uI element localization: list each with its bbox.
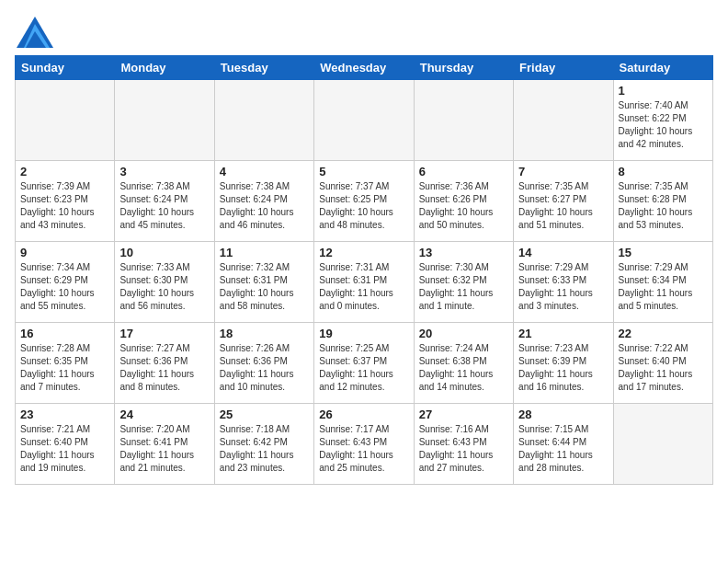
day-info: Sunrise: 7:17 AM Sunset: 6:43 PM Dayligh… [319,423,408,475]
day-info: Sunrise: 7:29 AM Sunset: 6:33 PM Dayligh… [518,261,608,313]
day-number: 19 [319,327,408,340]
day-number: 13 [419,246,508,259]
calendar-cell: 24Sunrise: 7:20 AM Sunset: 6:41 PM Dayli… [115,404,214,485]
logo-icon [15,15,51,48]
weekday-header-thursday: Thursday [414,56,513,80]
day-number: 7 [518,165,608,178]
day-number: 12 [319,246,408,259]
day-info: Sunrise: 7:27 AM Sunset: 6:36 PM Dayligh… [119,342,209,394]
day-number: 10 [119,246,209,259]
calendar-cell: 27Sunrise: 7:16 AM Sunset: 6:43 PM Dayli… [414,404,513,485]
calendar-cell [214,80,313,161]
day-info: Sunrise: 7:38 AM Sunset: 6:24 PM Dayligh… [220,180,309,232]
page-header [15,15,713,48]
calendar-cell: 15Sunrise: 7:29 AM Sunset: 6:34 PM Dayli… [613,242,712,323]
calendar-week-2: 2Sunrise: 7:39 AM Sunset: 6:23 PM Daylig… [16,161,713,242]
day-number: 17 [119,327,209,340]
day-info: Sunrise: 7:24 AM Sunset: 6:38 PM Dayligh… [419,342,508,394]
day-number: 4 [220,165,309,178]
calendar-cell: 14Sunrise: 7:29 AM Sunset: 6:33 PM Dayli… [514,242,613,323]
day-info: Sunrise: 7:35 AM Sunset: 6:28 PM Dayligh… [619,180,708,232]
day-info: Sunrise: 7:32 AM Sunset: 6:31 PM Dayligh… [220,261,309,313]
day-number: 14 [518,246,608,259]
day-info: Sunrise: 7:35 AM Sunset: 6:27 PM Dayligh… [518,180,608,232]
day-number: 28 [518,408,608,421]
weekday-header-monday: Monday [115,56,214,80]
day-number: 22 [619,327,708,340]
day-number: 6 [419,165,508,178]
calendar-cell: 17Sunrise: 7:27 AM Sunset: 6:36 PM Dayli… [115,323,214,404]
day-number: 3 [119,165,209,178]
day-info: Sunrise: 7:40 AM Sunset: 6:22 PM Dayligh… [619,99,708,151]
day-number: 2 [20,165,109,178]
day-info: Sunrise: 7:22 AM Sunset: 6:40 PM Dayligh… [619,342,708,394]
day-info: Sunrise: 7:39 AM Sunset: 6:23 PM Dayligh… [20,180,109,232]
day-info: Sunrise: 7:23 AM Sunset: 6:39 PM Dayligh… [518,342,608,394]
calendar-table: SundayMondayTuesdayWednesdayThursdayFrid… [15,55,713,485]
calendar-cell: 20Sunrise: 7:24 AM Sunset: 6:38 PM Dayli… [414,323,513,404]
day-number: 5 [319,165,408,178]
day-number: 8 [619,165,708,178]
calendar-cell [314,80,414,161]
day-info: Sunrise: 7:36 AM Sunset: 6:26 PM Dayligh… [419,180,508,232]
day-number: 18 [220,327,309,340]
day-number: 9 [20,246,109,259]
day-number: 25 [220,408,309,421]
day-info: Sunrise: 7:26 AM Sunset: 6:36 PM Dayligh… [220,342,309,394]
day-info: Sunrise: 7:16 AM Sunset: 6:43 PM Dayligh… [419,423,508,475]
calendar-cell: 22Sunrise: 7:22 AM Sunset: 6:40 PM Dayli… [613,323,712,404]
day-number: 16 [20,327,109,340]
weekday-header-row: SundayMondayTuesdayWednesdayThursdayFrid… [16,56,713,80]
calendar-cell: 16Sunrise: 7:28 AM Sunset: 6:35 PM Dayli… [16,323,115,404]
calendar-cell: 11Sunrise: 7:32 AM Sunset: 6:31 PM Dayli… [214,242,313,323]
weekday-header-wednesday: Wednesday [314,56,414,80]
day-number: 26 [319,408,408,421]
day-info: Sunrise: 7:21 AM Sunset: 6:40 PM Dayligh… [20,423,109,475]
day-number: 24 [119,408,209,421]
calendar-cell: 5Sunrise: 7:37 AM Sunset: 6:25 PM Daylig… [314,161,414,242]
calendar-cell: 4Sunrise: 7:38 AM Sunset: 6:24 PM Daylig… [214,161,313,242]
day-info: Sunrise: 7:20 AM Sunset: 6:41 PM Dayligh… [119,423,209,475]
day-number: 11 [220,246,309,259]
day-number: 1 [619,84,708,98]
calendar-cell [514,80,613,161]
weekday-header-friday: Friday [514,56,613,80]
calendar-cell: 2Sunrise: 7:39 AM Sunset: 6:23 PM Daylig… [16,161,115,242]
calendar-cell: 1Sunrise: 7:40 AM Sunset: 6:22 PM Daylig… [613,80,712,161]
day-number: 15 [619,246,708,259]
calendar-cell: 25Sunrise: 7:18 AM Sunset: 6:42 PM Dayli… [214,404,313,485]
day-info: Sunrise: 7:29 AM Sunset: 6:34 PM Dayligh… [619,261,708,313]
calendar-week-3: 9Sunrise: 7:34 AM Sunset: 6:29 PM Daylig… [16,242,713,323]
calendar-cell: 28Sunrise: 7:15 AM Sunset: 6:44 PM Dayli… [514,404,613,485]
day-info: Sunrise: 7:30 AM Sunset: 6:32 PM Dayligh… [419,261,508,313]
calendar-week-4: 16Sunrise: 7:28 AM Sunset: 6:35 PM Dayli… [16,323,713,404]
day-info: Sunrise: 7:31 AM Sunset: 6:31 PM Dayligh… [319,261,408,313]
day-info: Sunrise: 7:18 AM Sunset: 6:42 PM Dayligh… [220,423,309,475]
calendar-cell: 18Sunrise: 7:26 AM Sunset: 6:36 PM Dayli… [214,323,313,404]
day-info: Sunrise: 7:34 AM Sunset: 6:29 PM Dayligh… [20,261,109,313]
day-number: 27 [419,408,508,421]
calendar-cell [115,80,214,161]
calendar-cell: 8Sunrise: 7:35 AM Sunset: 6:28 PM Daylig… [613,161,712,242]
calendar-cell [414,80,513,161]
day-info: Sunrise: 7:38 AM Sunset: 6:24 PM Dayligh… [119,180,209,232]
calendar-week-5: 23Sunrise: 7:21 AM Sunset: 6:40 PM Dayli… [16,404,713,485]
day-number: 23 [20,408,109,421]
calendar-cell: 23Sunrise: 7:21 AM Sunset: 6:40 PM Dayli… [16,404,115,485]
day-info: Sunrise: 7:15 AM Sunset: 6:44 PM Dayligh… [518,423,608,475]
day-number: 20 [419,327,508,340]
weekday-header-tuesday: Tuesday [214,56,313,80]
calendar-cell [613,404,712,485]
logo [15,15,55,48]
calendar-cell: 7Sunrise: 7:35 AM Sunset: 6:27 PM Daylig… [514,161,613,242]
calendar-cell: 3Sunrise: 7:38 AM Sunset: 6:24 PM Daylig… [115,161,214,242]
day-info: Sunrise: 7:25 AM Sunset: 6:37 PM Dayligh… [319,342,408,394]
day-info: Sunrise: 7:33 AM Sunset: 6:30 PM Dayligh… [119,261,209,313]
day-info: Sunrise: 7:28 AM Sunset: 6:35 PM Dayligh… [20,342,109,394]
weekday-header-saturday: Saturday [613,56,712,80]
calendar-cell [16,80,115,161]
calendar-cell: 19Sunrise: 7:25 AM Sunset: 6:37 PM Dayli… [314,323,414,404]
weekday-header-sunday: Sunday [16,56,115,80]
calendar-cell: 12Sunrise: 7:31 AM Sunset: 6:31 PM Dayli… [314,242,414,323]
day-info: Sunrise: 7:37 AM Sunset: 6:25 PM Dayligh… [319,180,408,232]
